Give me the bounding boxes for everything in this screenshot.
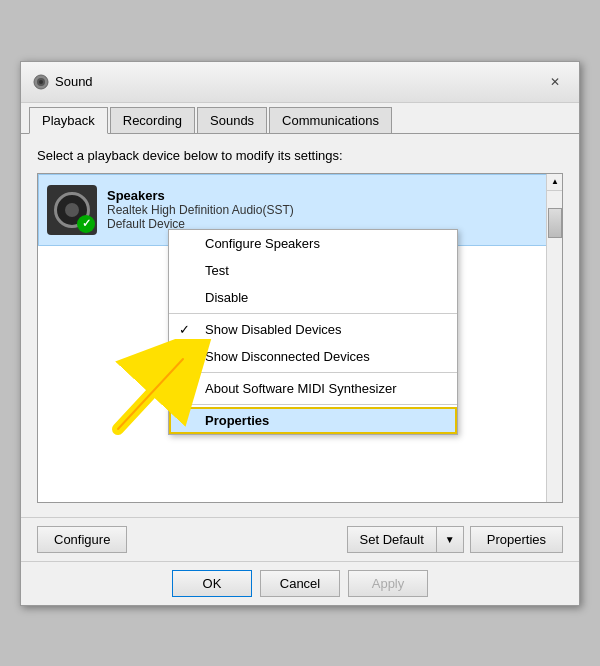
speaker-inner-circle (65, 203, 79, 217)
scrollbar-up-arrow[interactable]: ▲ (547, 174, 563, 191)
title-bar-left: Sound (33, 74, 93, 90)
menu-test[interactable]: Test (169, 257, 457, 284)
device-info: Speakers Realtek High Definition Audio(S… (107, 188, 553, 231)
configure-button[interactable]: Configure (37, 526, 127, 553)
tab-bar: Playback Recording Sounds Communications (21, 103, 579, 134)
context-menu: Configure Speakers Test Disable ✓ Show D… (168, 229, 458, 435)
tab-sounds[interactable]: Sounds (197, 107, 267, 133)
cancel-button[interactable]: Cancel (260, 570, 340, 597)
properties-button[interactable]: Properties (470, 526, 563, 553)
device-list[interactable]: ✓ Speakers Realtek High Definition Audio… (37, 173, 563, 503)
tab-recording[interactable]: Recording (110, 107, 195, 133)
bottom-action-bar: Configure Set Default ▼ Properties (21, 517, 579, 561)
tab-communications[interactable]: Communications (269, 107, 392, 133)
menu-separator-3 (169, 404, 457, 405)
sound-dialog: Sound ✕ Playback Recording Sounds Commun… (20, 61, 580, 606)
menu-properties[interactable]: Properties (169, 407, 457, 434)
title-speaker-icon (33, 74, 49, 90)
set-default-dropdown[interactable]: ▼ (436, 526, 464, 553)
ok-button[interactable]: OK (172, 570, 252, 597)
device-desc1: Realtek High Definition Audio(SST) (107, 203, 553, 217)
speaker-icon: ✓ (47, 185, 97, 235)
menu-disable[interactable]: Disable (169, 284, 457, 311)
menu-configure-speakers[interactable]: Configure Speakers (169, 230, 457, 257)
menu-separator-1 (169, 313, 457, 314)
scrollbar[interactable]: ▲ (546, 174, 562, 502)
menu-separator-2 (169, 372, 457, 373)
tab-playback[interactable]: Playback (29, 107, 108, 134)
menu-show-disconnected[interactable]: Show Disconnected Devices (169, 343, 457, 370)
title-bar: Sound ✕ (21, 62, 579, 103)
dialog-footer: OK Cancel Apply (21, 561, 579, 605)
apply-button[interactable]: Apply (348, 570, 428, 597)
description-text: Select a playback device below to modify… (37, 148, 563, 163)
default-check-badge: ✓ (77, 215, 95, 233)
svg-point-2 (39, 80, 43, 84)
menu-show-disabled[interactable]: ✓ Show Disabled Devices (169, 316, 457, 343)
menu-check-icon: ✓ (179, 322, 190, 337)
tab-content: Select a playback device below to modify… (21, 134, 579, 517)
set-default-split-button: Set Default ▼ (347, 526, 464, 553)
scrollbar-thumb[interactable] (548, 208, 562, 238)
set-default-button[interactable]: Set Default (347, 526, 436, 553)
menu-about-midi[interactable]: About Software MIDI Synthesizer (169, 375, 457, 402)
close-button[interactable]: ✕ (543, 70, 567, 94)
window-title: Sound (55, 74, 93, 89)
device-name: Speakers (107, 188, 553, 203)
